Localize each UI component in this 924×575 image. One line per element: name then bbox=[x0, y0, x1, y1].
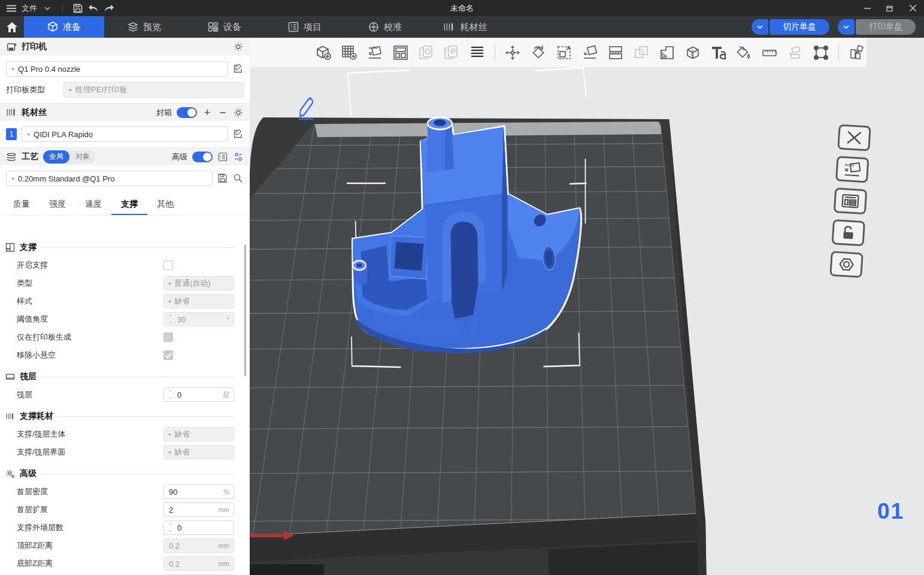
tab-quality[interactable]: 质量 bbox=[4, 195, 40, 215]
scope-switch: 全局 对象 bbox=[43, 150, 96, 164]
param-spinner[interactable]: ⌃⌃0层 bbox=[163, 388, 234, 402]
tab-project[interactable]: 项目 bbox=[265, 16, 345, 38]
chevron-down-icon[interactable] bbox=[42, 3, 53, 14]
param-input[interactable]: 0.2mm bbox=[163, 538, 234, 553]
plate-type-row: 打印板类型 ▾ 纹理PEI打印板 bbox=[0, 82, 250, 103]
slice-plate-button[interactable]: 切片单盘 bbox=[770, 19, 829, 35]
rotate-icon[interactable] bbox=[528, 43, 549, 63]
assembly-icon[interactable] bbox=[846, 43, 867, 63]
printer-settings-gear-icon[interactable] bbox=[233, 41, 244, 52]
lock-plate-icon[interactable] bbox=[832, 219, 865, 246]
panel-scrollbar[interactable] bbox=[244, 244, 246, 376]
copy-icon[interactable] bbox=[416, 43, 437, 63]
filament-slot-badge[interactable]: 1 bbox=[6, 128, 17, 140]
plate-frame-icon[interactable] bbox=[811, 43, 831, 63]
paste-icon[interactable] bbox=[442, 43, 462, 63]
param-checkbox[interactable] bbox=[163, 261, 173, 270]
lay-on-face-icon[interactable] bbox=[580, 43, 600, 63]
variable-layer-height-icon[interactable] bbox=[657, 43, 677, 63]
save-preset-icon[interactable] bbox=[217, 173, 228, 184]
close-icon[interactable] bbox=[901, 0, 924, 16]
advanced-toggle[interactable] bbox=[192, 152, 213, 162]
param-group-header: 筏层 bbox=[0, 368, 240, 386]
tab-device[interactable]: 设备 bbox=[184, 16, 265, 38]
mesh-boolean-icon[interactable] bbox=[683, 43, 703, 63]
param-spinner[interactable]: ⌃⌃0 bbox=[163, 520, 234, 535]
scope-global-button[interactable]: 全局 bbox=[43, 150, 69, 164]
param-input[interactable]: 90% bbox=[163, 485, 234, 499]
search-params-icon[interactable] bbox=[233, 173, 244, 184]
plate-settings-icon[interactable] bbox=[829, 251, 863, 278]
auto-orient-plate-icon[interactable]: AUTO bbox=[835, 156, 869, 183]
plate-number[interactable]: 01 bbox=[877, 499, 904, 524]
enclosure-toggle[interactable] bbox=[177, 107, 197, 118]
undo-icon[interactable] bbox=[88, 3, 99, 14]
slice-dropdown-chevron-icon[interactable] bbox=[752, 19, 768, 35]
tab-prepare[interactable]: 准备 bbox=[24, 16, 104, 38]
redo-icon[interactable] bbox=[104, 3, 114, 14]
tab-label: 校准 bbox=[384, 22, 402, 33]
scope-object-button[interactable]: 对象 bbox=[69, 150, 96, 164]
merge-icon[interactable] bbox=[631, 43, 652, 63]
menu-icon[interactable] bbox=[6, 3, 17, 14]
add-model-icon[interactable] bbox=[313, 43, 334, 63]
tab-calibration[interactable]: 校准 bbox=[345, 16, 425, 38]
param-row: 仅在打印板生成 bbox=[0, 328, 240, 346]
add-plate-icon[interactable] bbox=[339, 43, 359, 63]
file-menu[interactable]: 文件 bbox=[22, 3, 37, 14]
tab-preview[interactable]: 预览 bbox=[104, 16, 184, 38]
print-plate-button[interactable]: 打印单盘 bbox=[856, 19, 916, 35]
auto-orient-icon[interactable]: AUTO bbox=[365, 43, 385, 63]
cut-icon[interactable] bbox=[605, 43, 626, 63]
filament-preset-select[interactable]: ▾ QIDI PLA Rapido bbox=[22, 126, 228, 142]
process-preset-value: 0.20mm Standard @Q1 Pro bbox=[18, 174, 114, 183]
delete-plate-icon[interactable] bbox=[837, 124, 871, 151]
save-icon[interactable] bbox=[72, 3, 83, 14]
arrange-plate-icon[interactable] bbox=[834, 187, 867, 214]
arrange-icon[interactable] bbox=[390, 43, 411, 63]
scale-icon[interactable] bbox=[554, 43, 574, 63]
param-select[interactable]: ▾普通(自动) bbox=[163, 276, 234, 290]
viewport-3d[interactable]: AUTO AUTO 01 bbox=[250, 38, 924, 575]
tab-others[interactable]: 其他 bbox=[147, 195, 183, 215]
param-search-icon[interactable] bbox=[233, 152, 244, 162]
filament-spool-icon bbox=[6, 107, 17, 118]
home-button[interactable] bbox=[0, 16, 24, 38]
text-tool-icon[interactable] bbox=[708, 43, 729, 63]
tab-speed[interactable]: 速度 bbox=[75, 195, 111, 215]
param-spinner[interactable]: ⌃⌃30° bbox=[163, 312, 234, 326]
support-paint-icon[interactable] bbox=[785, 43, 805, 63]
param-checkbox[interactable] bbox=[163, 332, 173, 342]
printer-preset-select[interactable]: ▾ Q1 Pro 0.4 nozzle bbox=[6, 61, 228, 77]
filament-settings-gear-icon[interactable] bbox=[233, 107, 244, 118]
add-filament-button[interactable]: + bbox=[202, 107, 213, 118]
tab-strength[interactable]: 强度 bbox=[40, 195, 75, 215]
param-input[interactable]: 0.2mm bbox=[163, 556, 234, 571]
tab-filament[interactable]: 耗材丝 bbox=[425, 16, 505, 38]
edit-filament-icon[interactable] bbox=[233, 129, 244, 140]
param-select[interactable]: ▾缺省 bbox=[163, 427, 234, 441]
param-checkbox[interactable] bbox=[163, 350, 173, 360]
process-preset-select[interactable]: ▾ 0.20mm Standard @Q1 Pro bbox=[6, 171, 213, 186]
measure-icon[interactable] bbox=[759, 43, 780, 63]
color-paint-icon[interactable] bbox=[734, 43, 755, 63]
maximize-icon[interactable] bbox=[878, 0, 901, 16]
plate-type-value: 纹理PEI打印板 bbox=[75, 84, 127, 95]
move-icon[interactable] bbox=[502, 43, 523, 63]
param-input[interactable]: 2mm bbox=[163, 503, 234, 517]
remove-filament-button[interactable]: − bbox=[217, 107, 228, 118]
param-select[interactable]: ▾缺省 bbox=[163, 445, 234, 459]
param-row: 筏层⌃⌃0层 bbox=[0, 386, 240, 404]
param-select[interactable]: ▾缺省 bbox=[163, 294, 234, 308]
edit-printer-icon[interactable] bbox=[233, 63, 244, 74]
filament-section-title: 耗材丝 bbox=[22, 107, 47, 118]
print-dropdown-chevron-icon[interactable] bbox=[838, 19, 855, 35]
minimize-icon[interactable] bbox=[856, 0, 878, 16]
tab-support[interactable]: 支撑 bbox=[111, 195, 147, 215]
object-list-icon[interactable] bbox=[467, 43, 487, 63]
print-split-button: 打印单盘 bbox=[838, 19, 916, 35]
param-list-icon[interactable] bbox=[217, 152, 228, 162]
pencil-icon bbox=[299, 98, 313, 119]
plate-type-select[interactable]: ▾ 纹理PEI打印板 bbox=[63, 82, 244, 98]
param-label: 首层扩展 bbox=[17, 504, 163, 515]
